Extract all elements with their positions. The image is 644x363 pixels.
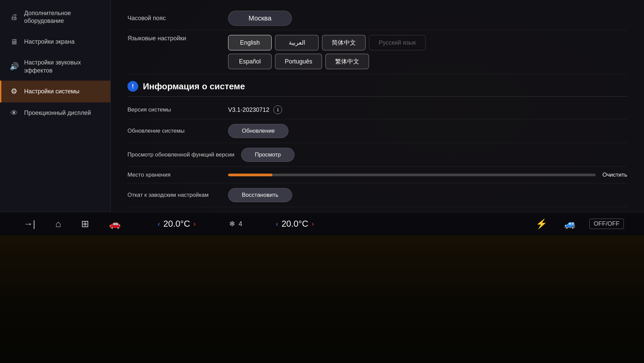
lang-btn-chinese-simplified[interactable]: 简体中文 <box>322 35 366 50</box>
below-screen-area <box>0 215 644 363</box>
factory-reset-label: Откат к заводским настройкам <box>127 192 221 198</box>
language-buttons-grid: English العربية 简体中文 Русский язык Españo… <box>228 35 426 69</box>
system-icon: ⚙ <box>9 87 19 96</box>
version-info-button[interactable]: ℹ <box>273 105 282 114</box>
sidebar-item-accessories[interactable]: 🖨 Дополнительное оборудование <box>0 3 110 31</box>
storage-clear-button[interactable]: Очистить <box>602 172 627 178</box>
lang-btn-spanish[interactable]: Español <box>228 54 272 69</box>
lang-btn-chinese-traditional[interactable]: 繁体中文 <box>325 54 369 69</box>
climate-right: ‹ 20.0°C › <box>276 219 314 229</box>
climate-left-arrow-left[interactable]: ‹ <box>158 220 160 228</box>
factory-reset-row: Откат к заводским настройкам Восстановит… <box>127 183 627 207</box>
bottom-bar: →| ⌂ ⊞ 🚗 ‹ 20.0°C › ❄ 4 ‹ 20.0°C › ⚡ 🚙 O… <box>0 212 644 235</box>
sidebar-label-sound: Настройки звуковых эффектов <box>24 59 102 75</box>
storage-row: Место хранения Очистить <box>127 167 627 183</box>
sidebar-label-projection: Проекционный дисплей <box>24 109 91 117</box>
language-label: Языковые настройки <box>127 35 221 42</box>
sidebar-label-system: Настройки системы <box>24 88 79 95</box>
language-row-2: Español Português 繁体中文 <box>228 54 426 69</box>
sidebar-item-sound[interactable]: 🔊 Настройки звуковых эффектов <box>0 53 110 81</box>
lang-btn-english[interactable]: English <box>228 35 272 50</box>
fan-control: ❄ 4 <box>229 220 242 228</box>
system-info-title: Информация о системе <box>143 81 245 92</box>
system-info-header: ! Информация о системе <box>127 74 627 95</box>
timezone-value[interactable]: Москва <box>228 11 292 26</box>
sidebar-item-projection[interactable]: 👁 Проекционный дисплей <box>0 102 110 124</box>
lang-btn-portuguese[interactable]: Português <box>275 54 322 69</box>
language-row: Языковые настройки English العربية 简体中文 … <box>127 30 627 74</box>
sidebar-label-accessories: Дополнительное оборудование <box>24 9 102 25</box>
language-row-1: English العربية 简体中文 Русский язык <box>228 35 426 50</box>
version-number: V3.1-20230712 <box>228 106 269 114</box>
drive-mode-icon[interactable]: 🚙 <box>561 217 579 231</box>
timezone-label: Часовой пояс <box>127 15 221 22</box>
off-button[interactable]: OFF/OFF <box>589 219 624 229</box>
sound-icon: 🔊 <box>9 62 19 72</box>
nav-apps-icon[interactable]: ⊞ <box>78 217 92 231</box>
view-update-button[interactable]: Просмотр <box>241 148 295 162</box>
update-button[interactable]: Обновление <box>228 124 288 138</box>
nav-home-icon[interactable]: ⌂ <box>52 217 64 231</box>
climate-left: ‹ 20.0°C › <box>158 219 196 229</box>
lang-btn-arabic[interactable]: العربية <box>275 35 319 50</box>
display-icon: 🖥 <box>9 37 19 47</box>
update-label: Обновление системы <box>127 128 221 134</box>
sidebar-item-display[interactable]: 🖥 Настройки экрана <box>0 31 110 53</box>
nav-car-icon[interactable]: 🚗 <box>106 217 124 231</box>
accessories-icon: 🖨 <box>9 12 19 22</box>
view-update-label: Просмотр обновленной функций версии <box>127 151 234 158</box>
sidebar: 🖨 Дополнительное оборудование 🖥 Настройк… <box>0 0 111 215</box>
climate-right-unit: °C <box>299 219 308 229</box>
climate-right-temp: 20.0°C <box>281 219 308 229</box>
sidebar-label-display: Настройки экрана <box>24 38 74 46</box>
nav-back-icon[interactable]: →| <box>20 217 39 231</box>
main-content: Часовой пояс Москва Языковые настройки E… <box>111 0 644 215</box>
climate-right-arrow-right[interactable]: › <box>312 220 314 228</box>
lang-btn-russian[interactable]: Русский язык <box>369 35 426 50</box>
section-divider <box>127 96 627 97</box>
version-label: Версия системы <box>127 106 221 113</box>
update-row: Обновление системы Обновление <box>127 119 627 143</box>
main-screen: 🖨 Дополнительное оборудование 🖥 Настройк… <box>0 0 644 215</box>
projection-icon: 👁 <box>9 108 19 118</box>
fan-level-value: 4 <box>238 220 242 228</box>
climate-right-arrow-left[interactable]: ‹ <box>276 220 278 228</box>
storage-bar <box>228 174 596 176</box>
seat-icon[interactable]: ⚡ <box>532 217 551 231</box>
info-icon: ! <box>127 81 138 92</box>
fan-icon: ❄ <box>229 220 235 228</box>
climate-left-arrow-right[interactable]: › <box>194 220 196 228</box>
storage-label: Место хранения <box>127 172 221 178</box>
bottom-right-icons: ⚡ 🚙 OFF/OFF <box>532 217 624 231</box>
climate-left-temp-value: 20.0 <box>163 219 180 229</box>
climate-left-unit: °C <box>180 219 190 229</box>
storage-bar-container: Очистить <box>228 172 627 178</box>
climate-right-temp-value: 20.0 <box>281 219 299 229</box>
view-update-row: Просмотр обновленной функций версии Прос… <box>127 143 627 167</box>
factory-reset-button[interactable]: Восстановить <box>228 188 292 202</box>
timezone-row: Часовой пояс Москва <box>127 7 627 30</box>
storage-fill <box>228 174 272 176</box>
climate-left-temp: 20.0°C <box>163 219 190 229</box>
sidebar-item-system[interactable]: ⚙ Настройки системы <box>0 81 110 102</box>
version-row: Версия системы V3.1-20230712 ℹ <box>127 101 627 119</box>
version-value-container: V3.1-20230712 ℹ <box>228 105 282 114</box>
